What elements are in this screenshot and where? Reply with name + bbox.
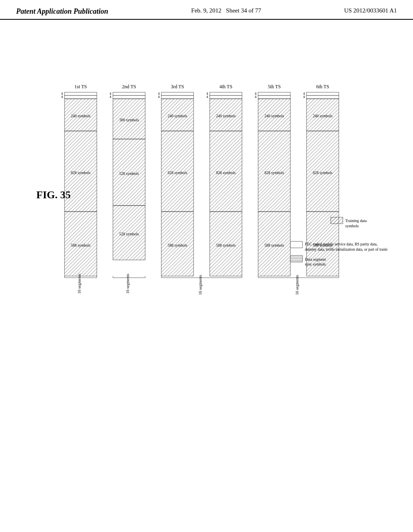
svg-text:300 symbols: 300 symbols bbox=[119, 118, 139, 122]
svg-rect-44 bbox=[210, 92, 242, 96]
svg-rect-20 bbox=[113, 96, 145, 99]
svg-text:2nd TS: 2nd TS bbox=[122, 84, 136, 89]
svg-rect-59 bbox=[258, 92, 290, 96]
svg-text:4: 4 bbox=[255, 95, 257, 99]
svg-text:240 symbols: 240 symbols bbox=[168, 114, 188, 118]
svg-rect-46 bbox=[210, 96, 242, 99]
svg-rect-85 bbox=[331, 217, 343, 224]
svg-text:FEC coded mobile service data,: FEC coded mobile service data, RS parity… bbox=[305, 242, 378, 246]
svg-text:16 segments: 16 segments bbox=[77, 274, 81, 294]
svg-text:4: 4 bbox=[158, 95, 160, 99]
svg-text:6th TS: 6th TS bbox=[316, 84, 329, 89]
svg-text:240 symbols: 240 symbols bbox=[71, 114, 91, 118]
svg-text:4: 4 bbox=[61, 95, 63, 99]
main-content: FIG. 35 4 4 240 symbols 828 symbols bbox=[0, 20, 413, 520]
svg-text:16 segments: 16 segments bbox=[295, 275, 299, 295]
svg-text:588 symbols: 588 symbols bbox=[168, 243, 188, 247]
svg-rect-18 bbox=[113, 92, 145, 96]
svg-text:5th TS: 5th TS bbox=[268, 84, 281, 89]
svg-text:dummy data, trellis initializa: dummy data, trellis initialization data,… bbox=[305, 247, 387, 251]
svg-text:16 segments: 16 segments bbox=[198, 275, 202, 295]
svg-rect-35 bbox=[161, 96, 194, 99]
svg-text:828 symbols: 828 symbols bbox=[265, 171, 284, 175]
svg-text:588 symbols: 588 symbols bbox=[71, 243, 91, 247]
svg-text:Training data: Training data bbox=[345, 218, 367, 223]
svg-text:4: 4 bbox=[110, 95, 112, 99]
svg-rect-5 bbox=[65, 96, 97, 99]
svg-text:588 symbols: 588 symbols bbox=[216, 243, 236, 247]
svg-text:16 segments: 16 segments bbox=[125, 274, 130, 294]
svg-text:588 symbols: 588 symbols bbox=[265, 243, 284, 247]
svg-rect-72 bbox=[307, 96, 339, 99]
svg-text:3rd TS: 3rd TS bbox=[171, 84, 184, 89]
svg-text:240 symbols: 240 symbols bbox=[313, 114, 333, 118]
svg-text:240 symbols: 240 symbols bbox=[216, 114, 236, 118]
svg-text:828 symbols: 828 symbols bbox=[216, 171, 236, 175]
diagram-svg: 4 4 240 symbols 828 symbols 588 symbols … bbox=[40, 68, 387, 399]
svg-text:828 symbols: 828 symbols bbox=[313, 171, 333, 175]
svg-text:Data segment: Data segment bbox=[305, 258, 326, 262]
svg-text:1st TS: 1st TS bbox=[75, 84, 87, 89]
svg-rect-70 bbox=[307, 92, 339, 96]
page-header: Patent Application Publication Feb. 9, 2… bbox=[0, 0, 413, 20]
svg-text:4th TS: 4th TS bbox=[219, 84, 232, 89]
publication-date-sheet: Feb. 9, 2012 Sheet 34 of 77 bbox=[191, 7, 261, 14]
svg-text:828 symbols: 828 symbols bbox=[168, 171, 188, 175]
svg-text:240 symbols: 240 symbols bbox=[265, 114, 284, 118]
svg-rect-88 bbox=[290, 241, 302, 248]
svg-text:528 symbols: 528 symbols bbox=[119, 172, 139, 176]
svg-rect-3 bbox=[65, 92, 97, 96]
svg-rect-61 bbox=[258, 96, 290, 99]
svg-rect-91 bbox=[290, 256, 302, 262]
svg-text:symbols: symbols bbox=[345, 224, 359, 228]
svg-text:4: 4 bbox=[206, 95, 209, 99]
svg-text:828 symbols: 828 symbols bbox=[71, 171, 91, 175]
svg-text:4: 4 bbox=[303, 95, 305, 99]
svg-text:528 symbols: 528 symbols bbox=[119, 232, 139, 236]
publication-title: Patent Application Publication bbox=[16, 7, 108, 16]
publication-date: Feb. 9, 2012 bbox=[191, 7, 221, 14]
svg-text:sync symbols: sync symbols bbox=[305, 262, 326, 266]
svg-rect-33 bbox=[161, 92, 194, 96]
sheet-info: Sheet 34 of 77 bbox=[226, 7, 261, 14]
publication-ref: US 2012/0033601 A1 bbox=[344, 7, 397, 14]
